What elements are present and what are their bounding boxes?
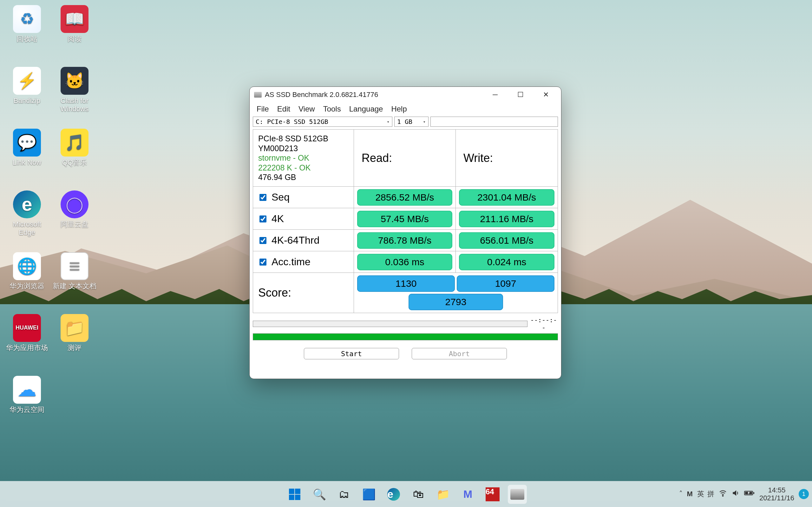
menubar: FileEditViewToolsLanguageHelp — [250, 103, 561, 116]
filter-box[interactable] — [430, 117, 558, 127]
score-total: 2793 — [409, 294, 503, 310]
button-row: Start Abort — [250, 340, 561, 362]
window-title: AS SSD Benchmark 2.0.6821.41776 — [265, 91, 483, 99]
drive-capacity: 476.94 GB — [258, 172, 296, 182]
qq-music-label: QQ音乐 — [62, 158, 87, 167]
qq-music[interactable]: QQ音乐 — [51, 127, 98, 188]
volume-icon[interactable] — [731, 489, 740, 499]
abort-button[interactable]: Abort — [412, 348, 507, 359]
score-label: Score: — [253, 273, 354, 313]
huawei-browser-icon — [13, 252, 41, 280]
menu-tools[interactable]: Tools — [323, 105, 341, 113]
clash-for-windows[interactable]: Clash for Windows — [51, 65, 98, 127]
bandizip[interactable]: Bandizip — [3, 65, 51, 127]
ime-indicator[interactable]: 英 拼 — [697, 489, 714, 499]
row-checkbox-seq[interactable] — [259, 194, 266, 201]
score-area: 113010972793 — [354, 273, 558, 313]
row-checkbox-acc-time[interactable] — [259, 259, 266, 266]
row-checkbox-4k-64thrd[interactable] — [259, 237, 266, 244]
m-app-icon[interactable] — [458, 485, 477, 504]
titlebar[interactable]: AS SSD Benchmark 2.0.6821.41776 ─ ☐ ✕ — [250, 87, 561, 103]
clash-for-windows-label: Clash for Windows — [52, 97, 97, 113]
recycle-bin-icon — [13, 5, 41, 33]
read-app-label: 阅读 — [67, 35, 82, 43]
menu-edit[interactable]: Edit — [277, 105, 290, 113]
write-header: Write: — [456, 130, 558, 187]
bandizip-icon — [13, 67, 41, 95]
start-button-icon[interactable] — [285, 485, 304, 504]
recycle-bin[interactable]: 回收站 — [3, 3, 51, 65]
write-4k: 211.16 MB/s — [456, 208, 558, 230]
new-text-document[interactable]: 新建 文本文档 — [51, 250, 98, 312]
huawei-browser[interactable]: 华为浏览器 — [3, 250, 51, 312]
drive-name: PCIe-8 SSD 512GB — [258, 134, 328, 144]
aliyun-drive[interactable]: 阿里云盘 — [51, 188, 98, 250]
search-icon[interactable] — [310, 485, 329, 504]
row-label-acc-time: Acc.time — [253, 251, 354, 273]
taskview-icon[interactable] — [335, 485, 354, 504]
aliyun-drive-label: 阿里云盘 — [61, 220, 89, 228]
ime-mode: 拼 — [707, 489, 714, 499]
menu-file[interactable]: File — [257, 105, 269, 113]
svg-rect-3 — [295, 495, 300, 500]
store-icon[interactable] — [409, 485, 428, 504]
close-button[interactable]: ✕ — [533, 88, 559, 102]
review-folder-icon — [61, 314, 89, 342]
drive-select-value: C: PCIe-8 SSD 512GB — [256, 118, 328, 125]
review-folder[interactable]: 测评 — [51, 312, 98, 374]
start-button[interactable]: Start — [304, 348, 399, 359]
link-now-label: Link Now — [13, 158, 41, 167]
file-explorer-icon[interactable] — [434, 485, 453, 504]
as-ssd-window: AS SSD Benchmark 2.0.6821.41776 ─ ☐ ✕ Fi… — [249, 87, 561, 379]
menu-help[interactable]: Help — [391, 105, 407, 113]
tray-chevron-icon[interactable]: ˄ — [679, 490, 682, 498]
widgets-icon[interactable] — [359, 485, 378, 504]
menu-view[interactable]: View — [299, 105, 315, 113]
bandizip-label: Bandizip — [14, 97, 40, 105]
huawei-browser-label: 华为浏览器 — [9, 282, 44, 290]
taskbar-clock[interactable]: 14:55 2021/11/16 — [759, 486, 794, 502]
row-checkbox-4k[interactable] — [259, 216, 266, 222]
new-text-document-icon — [61, 252, 89, 280]
clock-date: 2021/11/16 — [759, 494, 794, 502]
drive-driver-status: stornvme - OK — [258, 153, 309, 163]
link-now-icon — [13, 129, 41, 157]
maximize-button[interactable]: ☐ — [508, 88, 533, 102]
timer-bar — [253, 321, 527, 327]
aida64-icon[interactable] — [483, 485, 502, 504]
drive-firmware: YM00D213 — [258, 144, 298, 153]
row-label-4k: 4K — [253, 208, 354, 230]
read-seq: 2856.52 MB/s — [354, 187, 456, 208]
results-grid: PCIe-8 SSD 512GB YM00D213 stornvme - OK … — [253, 129, 558, 313]
microsoft-edge[interactable]: Microsoft Edge — [3, 188, 51, 250]
menu-language[interactable]: Language — [349, 105, 383, 113]
edge-taskbar-icon[interactable] — [384, 485, 403, 504]
wifi-icon[interactable] — [719, 489, 727, 499]
read-app[interactable]: 阅读 — [51, 3, 98, 65]
read-4k-64thrd: 786.78 MB/s — [354, 230, 456, 251]
drive-align-status: 222208 K - OK — [258, 163, 310, 173]
minimize-button[interactable]: ─ — [483, 88, 508, 102]
timer-row: --:--:-- — [253, 316, 558, 331]
clock-time: 14:55 — [768, 486, 785, 494]
timer-text: --:--:-- — [529, 316, 558, 331]
taskbar-right: ˄ M 英 拼 14:55 2021/11/16 1 — [679, 481, 809, 507]
huawei-appgallery[interactable]: 华为应用市场 — [3, 312, 51, 374]
link-now[interactable]: Link Now — [3, 127, 51, 188]
svg-point-4 — [722, 495, 723, 496]
aliyun-drive-icon — [61, 190, 89, 218]
huawei-cloud[interactable]: 华为云空间 — [3, 374, 51, 436]
write-acc-time: 0.024 ms — [456, 251, 558, 273]
notification-count: 1 — [802, 491, 805, 498]
review-folder-label: 测评 — [67, 344, 82, 352]
qq-music-icon — [61, 129, 89, 157]
drive-select[interactable]: C: PCIe-8 SSD 512GB — [253, 117, 392, 127]
battery-icon[interactable] — [744, 489, 755, 499]
progress-bar — [253, 333, 558, 340]
huawei-appgallery-label: 华为应用市场 — [6, 344, 48, 352]
size-select[interactable]: 1 GB — [394, 117, 428, 127]
as-ssd-taskbar-icon[interactable] — [508, 485, 527, 504]
desktop-icons-area: 回收站阅读BandizipClash for WindowsLink NowQQ… — [3, 3, 98, 436]
notification-badge[interactable]: 1 — [799, 489, 809, 499]
tray-brand-icon[interactable]: M — [687, 490, 693, 498]
